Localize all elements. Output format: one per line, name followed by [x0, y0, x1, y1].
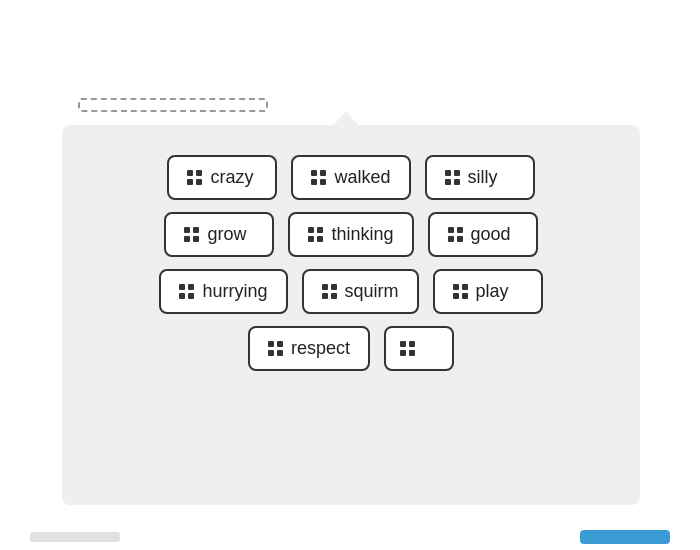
drag-icon [448, 227, 463, 242]
word-chip-good[interactable]: good [428, 212, 538, 257]
word-label: play [476, 281, 509, 302]
drag-icon [445, 170, 460, 185]
word-chip-grow[interactable]: grow [164, 212, 274, 257]
word-chip-empty[interactable] [384, 326, 454, 371]
word-label: crazy [210, 167, 253, 188]
word-chip-walked[interactable]: walked [291, 155, 410, 200]
drag-icon [187, 170, 202, 185]
word-row-3: hurrying squirm play [159, 269, 542, 314]
drag-icon [308, 227, 323, 242]
word-chip-hurrying[interactable]: hurrying [159, 269, 287, 314]
word-row-4: respect [248, 326, 454, 371]
dashed-line-decoration [78, 98, 268, 112]
bottom-right-button[interactable] [580, 530, 670, 544]
word-label: hurrying [202, 281, 267, 302]
word-row-1: crazy walked silly [167, 155, 534, 200]
drag-icon [322, 284, 337, 299]
word-row-2: grow thinking good [164, 212, 537, 257]
drag-icon [179, 284, 194, 299]
word-label: grow [207, 224, 246, 245]
word-label: squirm [345, 281, 399, 302]
word-label: silly [468, 167, 498, 188]
word-label: respect [291, 338, 350, 359]
drag-icon [268, 341, 283, 356]
word-grid: crazy walked silly grow [62, 125, 640, 391]
drag-icon [453, 284, 468, 299]
drag-icon [184, 227, 199, 242]
word-chip-thinking[interactable]: thinking [288, 212, 413, 257]
drag-icon [311, 170, 326, 185]
word-label: walked [334, 167, 390, 188]
word-label: thinking [331, 224, 393, 245]
drag-icon [400, 341, 415, 356]
bottom-left-placeholder [30, 532, 120, 542]
word-chip-crazy[interactable]: crazy [167, 155, 277, 200]
word-label: good [471, 224, 511, 245]
word-chip-silly[interactable]: silly [425, 155, 535, 200]
word-chip-squirm[interactable]: squirm [302, 269, 419, 314]
word-chip-play[interactable]: play [433, 269, 543, 314]
word-card-container: crazy walked silly grow [62, 125, 640, 505]
word-chip-respect[interactable]: respect [248, 326, 370, 371]
